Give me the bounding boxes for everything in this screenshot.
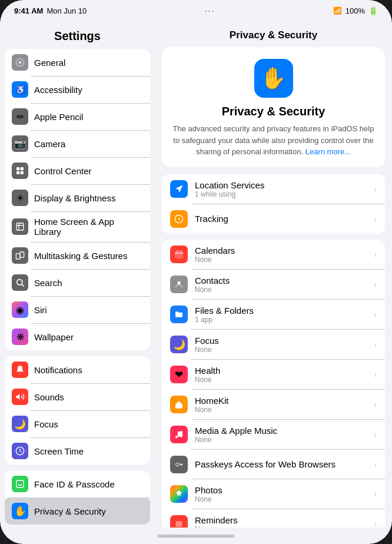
sidebar-label-focus: Focus <box>34 419 58 429</box>
focus-r-sublabel: None <box>195 346 371 354</box>
list-item-focus-r[interactable]: 🌙 Focus None › <box>162 330 385 360</box>
sidebar-item-sounds[interactable]: Sounds <box>5 383 150 410</box>
sidebar-item-privacy-security[interactable]: ✋ Privacy & Security <box>5 497 150 525</box>
svg-line-11 <box>22 284 24 287</box>
photos-label: Photos <box>195 485 371 495</box>
svg-marker-21 <box>175 185 183 193</box>
apple-pencil-icon: ✏ <box>12 108 28 125</box>
sidebar-label-display: Display & Brightness <box>34 193 115 203</box>
sidebar-item-accessibility[interactable]: ♿ Accessibility <box>5 76 150 103</box>
list-item-reminders[interactable]: Reminders None › <box>162 509 385 528</box>
svg-rect-23 <box>175 251 182 258</box>
list-item-passkeys[interactable]: Passkeys Access for Web Browsers › <box>162 450 385 479</box>
health-icon: ❤ <box>170 366 188 383</box>
sidebar-item-general[interactable]: General <box>5 49 150 76</box>
focus-r-text: Focus None <box>195 336 371 354</box>
top-dots: ··· <box>205 6 215 15</box>
sidebar-item-search[interactable]: Search <box>5 269 150 296</box>
svg-point-29 <box>180 435 182 437</box>
focus-r-label: Focus <box>195 336 371 346</box>
sidebar-label-multitasking: Multitasking & Gestures <box>34 251 127 261</box>
sidebar-item-display[interactable]: ☀ Display & Brightness <box>5 184 150 211</box>
calendars-label: Calendars <box>195 246 371 256</box>
sidebar-item-notifications[interactable]: Notifications <box>5 356 150 383</box>
sidebar-label-sounds: Sounds <box>34 392 64 402</box>
reminders-sublabel: None <box>195 525 371 528</box>
face-id-icon <box>12 476 28 492</box>
svg-rect-24 <box>175 253 182 253</box>
focus-r-icon: 🌙 <box>170 336 188 353</box>
health-sublabel: None <box>195 376 371 384</box>
media-music-sublabel: None <box>195 436 371 444</box>
status-bar: 9:41 AM Mon Jun 10 ··· 📶 100% 🔋 <box>0 0 392 21</box>
sidebar-item-multitasking[interactable]: Multitasking & Gestures <box>5 242 150 269</box>
sidebar-item-apple-pencil[interactable]: ✏ Apple Pencil <box>5 103 150 130</box>
tracking-icon <box>170 210 188 228</box>
sidebar-label-apple-pencil: Apple Pencil <box>34 112 83 122</box>
sidebar-label-general: General <box>34 58 65 68</box>
sidebar-item-screen-time[interactable]: Screen Time <box>5 437 150 465</box>
privacy-card-icon: ✋ <box>254 59 293 98</box>
sidebar-item-wallpaper[interactable]: ❋ Wallpaper <box>5 323 150 350</box>
status-time: 9:41 AM <box>14 6 43 15</box>
sidebar: Settings General ♿ Accessibility <box>0 21 155 528</box>
list-item-homekit[interactable]: HomeKit None › <box>162 390 385 420</box>
sidebar-group-1: General ♿ Accessibility ✏ Apple Pencil 📷… <box>5 49 150 350</box>
files-folders-icon <box>170 306 188 323</box>
media-music-icon <box>170 426 188 443</box>
passkeys-icon <box>170 456 188 473</box>
home-bar <box>158 535 234 538</box>
files-folders-sublabel: 1 app <box>195 316 371 324</box>
list-item-media-music[interactable]: Media & Apple Music None › <box>162 420 385 450</box>
list-item-calendars[interactable]: Calendars None › <box>162 240 385 270</box>
camera-icon: 📷 <box>12 135 28 152</box>
homekit-label: HomeKit <box>195 396 371 406</box>
wifi-icon: 📶 <box>333 6 342 15</box>
main-content: Settings General ♿ Accessibility <box>0 21 392 528</box>
status-date: Mon Jun 10 <box>46 6 87 15</box>
sidebar-group-2: Notifications Sounds 🌙 Focus <box>5 356 150 465</box>
list-item-contacts[interactable]: Contacts None › <box>162 270 385 300</box>
location-services-chevron: › <box>374 184 377 194</box>
control-center-icon <box>12 162 28 179</box>
list-item-files-folders[interactable]: Files & Folders 1 app › <box>162 300 385 330</box>
homekit-text: HomeKit None <box>195 396 371 414</box>
media-music-label: Media & Apple Music <box>195 426 371 436</box>
files-folders-label: Files & Folders <box>195 306 371 316</box>
list-item-photos[interactable]: Photos None › <box>162 479 385 509</box>
svg-rect-3 <box>16 171 19 174</box>
privacy-card-desc: The advanced security and privacy featur… <box>171 123 376 158</box>
health-text: Health None <box>195 366 371 384</box>
tracking-text: Tracking <box>195 214 371 224</box>
svg-rect-9 <box>20 252 24 257</box>
svg-marker-12 <box>16 394 19 399</box>
passkeys-text: Passkeys Access for Web Browsers <box>195 459 371 469</box>
siri-icon: ◉ <box>12 301 28 318</box>
list-item-tracking[interactable]: Tracking › <box>162 204 385 234</box>
sidebar-label-face-id: Face ID & Passcode <box>34 479 115 489</box>
status-right: 📶 100% 🔋 <box>333 6 378 15</box>
svg-point-28 <box>175 436 178 438</box>
list-item-health[interactable]: ❤ Health None › <box>162 360 385 390</box>
battery-icon: 🔋 <box>368 6 378 15</box>
sidebar-item-face-id[interactable]: Face ID & Passcode <box>5 470 150 497</box>
sidebar-scroll: General ♿ Accessibility ✏ Apple Pencil 📷… <box>0 49 155 528</box>
calendars-icon <box>170 246 188 263</box>
sidebar-item-camera[interactable]: 📷 Camera <box>5 130 150 157</box>
wallpaper-icon: ❋ <box>12 329 28 345</box>
list-item-location-services[interactable]: Location Services 1 while using › <box>162 174 385 204</box>
reminders-text: Reminders None <box>195 515 371 528</box>
sidebar-item-siri[interactable]: ◉ Siri <box>5 296 150 323</box>
contacts-chevron: › <box>374 280 377 289</box>
sidebar-item-home-screen[interactable]: Home Screen & App Library <box>5 211 150 242</box>
photos-icon <box>170 485 188 503</box>
passkeys-chevron: › <box>374 460 377 469</box>
sidebar-item-focus[interactable]: 🌙 Focus <box>5 410 150 437</box>
contacts-text: Contacts None <box>195 276 371 294</box>
learn-more-link[interactable]: Learn more... <box>305 147 351 156</box>
health-label: Health <box>195 366 371 376</box>
sidebar-item-control-center[interactable]: Control Center <box>5 157 150 184</box>
svg-rect-14 <box>16 480 24 487</box>
reminders-chevron: › <box>374 519 377 528</box>
contacts-label: Contacts <box>195 276 371 286</box>
